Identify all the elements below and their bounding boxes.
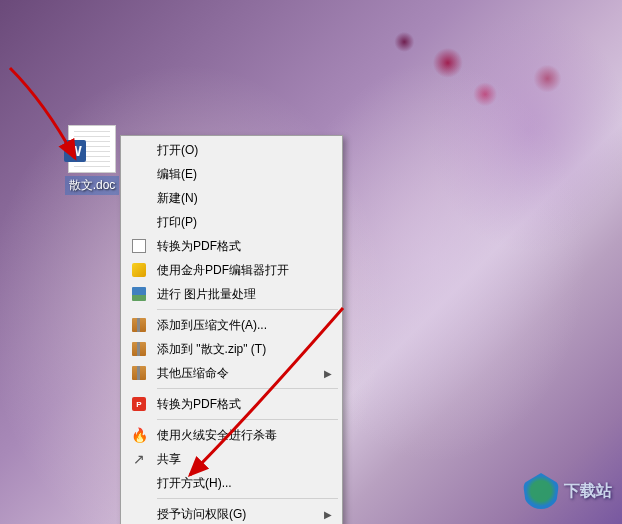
menu-print[interactable]: 打印(P) <box>123 210 340 234</box>
menu-separator <box>157 309 338 310</box>
menu-edit[interactable]: 编辑(E) <box>123 162 340 186</box>
menu-pdf-app[interactable]: P 转换为PDF格式 <box>123 392 340 416</box>
menu-label: 其他压缩命令 <box>157 365 318 382</box>
gold-pdf-icon <box>129 262 149 278</box>
desktop-file-icon[interactable]: W 散文.doc <box>58 125 126 195</box>
menu-grant-access[interactable]: 授予访问权限(G) ▶ <box>123 502 340 524</box>
menu-separator <box>157 419 338 420</box>
blank-icon <box>129 475 149 491</box>
share-icon: ↗ <box>129 451 149 467</box>
menu-label: 使用火绒安全进行杀毒 <box>157 427 332 444</box>
menu-huorong-scan[interactable]: 🔥 使用火绒安全进行杀毒 <box>123 423 340 447</box>
blank-icon <box>129 142 149 158</box>
menu-label: 添加到压缩文件(A)... <box>157 317 332 334</box>
blank-icon <box>129 506 149 522</box>
menu-label: 使用金舟PDF编辑器打开 <box>157 262 332 279</box>
chevron-right-icon: ▶ <box>324 368 332 379</box>
file-label: 散文.doc <box>65 176 120 195</box>
menu-convert-pdf[interactable]: 转换为PDF格式 <box>123 234 340 258</box>
menu-image-batch[interactable]: 进行 图片批量处理 <box>123 282 340 306</box>
menu-label: 进行 图片批量处理 <box>157 286 332 303</box>
menu-label: 编辑(E) <box>157 166 332 183</box>
pdf-app-icon: P <box>129 396 149 412</box>
archive-icon <box>129 365 149 381</box>
menu-open-with[interactable]: 打开方式(H)... <box>123 471 340 495</box>
document-icon <box>129 238 149 254</box>
menu-open[interactable]: 打开(O) <box>123 138 340 162</box>
menu-add-archive[interactable]: 添加到压缩文件(A)... <box>123 313 340 337</box>
word-document-icon: W <box>68 125 116 173</box>
menu-label: 转换为PDF格式 <box>157 238 332 255</box>
menu-jinshou-pdf[interactable]: 使用金舟PDF编辑器打开 <box>123 258 340 282</box>
menu-add-zip[interactable]: 添加到 "散文.zip" (T) <box>123 337 340 361</box>
menu-label: 打开方式(H)... <box>157 475 332 492</box>
menu-share[interactable]: ↗ 共享 <box>123 447 340 471</box>
chevron-right-icon: ▶ <box>324 509 332 520</box>
watermark: 下载站 <box>523 473 612 509</box>
menu-other-archive[interactable]: 其他压缩命令 ▶ <box>123 361 340 385</box>
blank-icon <box>129 190 149 206</box>
blank-icon <box>129 214 149 230</box>
menu-label: 打开(O) <box>157 142 332 159</box>
menu-new[interactable]: 新建(N) <box>123 186 340 210</box>
menu-label: 转换为PDF格式 <box>157 396 332 413</box>
context-menu: 打开(O) 编辑(E) 新建(N) 打印(P) 转换为PDF格式 使用金舟PDF… <box>120 135 343 524</box>
archive-icon <box>129 341 149 357</box>
menu-separator <box>157 498 338 499</box>
watermark-text: 下载站 <box>564 481 612 502</box>
huorong-icon: 🔥 <box>129 427 149 443</box>
archive-icon <box>129 317 149 333</box>
menu-label: 添加到 "散文.zip" (T) <box>157 341 332 358</box>
word-badge: W <box>64 140 86 162</box>
menu-label: 共享 <box>157 451 332 468</box>
menu-label: 新建(N) <box>157 190 332 207</box>
image-batch-icon <box>129 286 149 302</box>
menu-label: 打印(P) <box>157 214 332 231</box>
watermark-logo-icon <box>523 473 559 509</box>
blank-icon <box>129 166 149 182</box>
menu-label: 授予访问权限(G) <box>157 506 318 523</box>
menu-separator <box>157 388 338 389</box>
